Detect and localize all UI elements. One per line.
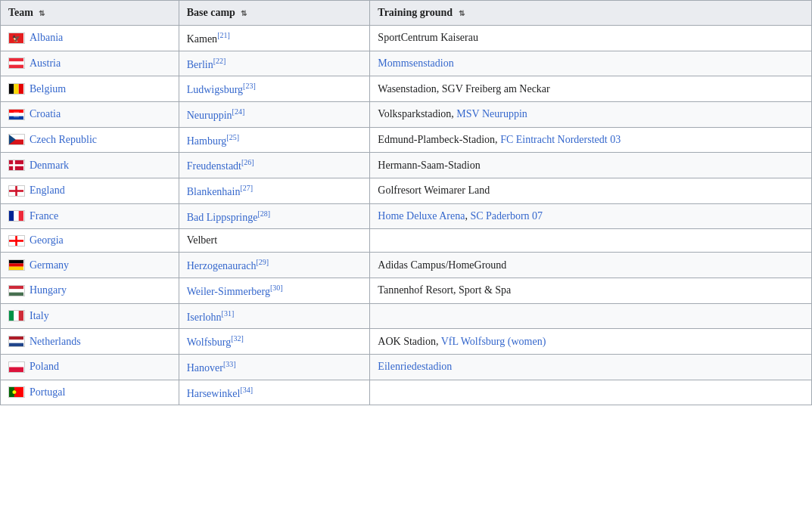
team-cell: Georgia <box>1 229 179 253</box>
base-camp-cell: Iserlohn[31] <box>179 303 370 329</box>
base-camp-cell: Weiler-Simmerberg[30] <box>179 278 370 303</box>
reference[interactable]: [26] <box>241 158 254 166</box>
base-camp-link[interactable]: Ludwigsburg <box>187 84 243 95</box>
reference-link[interactable]: [22] <box>213 57 226 65</box>
training-ground-cell <box>370 303 812 329</box>
reference-link[interactable]: [32] <box>231 334 244 343</box>
reference[interactable]: [30] <box>270 284 283 292</box>
base-camp-text: Velbert <box>187 234 217 246</box>
training-ground-link[interactable]: Home Deluxe Arena <box>378 210 465 222</box>
reference[interactable]: [29] <box>256 258 269 266</box>
base-camp-link[interactable]: Freudenstadt <box>187 160 241 172</box>
team-name-link[interactable]: Croatia <box>30 108 61 120</box>
teams-table: Team ⇅ Base camp ⇅ Training ground ⇅ 🦅Al… <box>0 0 812 405</box>
training-ground-cell: Tannenhof Resort, Sport & Spa <box>370 278 812 303</box>
team-name-link[interactable]: Albania <box>30 32 63 44</box>
reference-link[interactable]: [30] <box>270 284 283 292</box>
team-cell: Czech Republic <box>1 127 179 153</box>
reference[interactable]: [21] <box>217 31 230 39</box>
base-camp-link[interactable]: Hanover <box>187 362 223 374</box>
reference-link[interactable]: [26] <box>241 158 254 166</box>
reference-link[interactable]: [28] <box>257 209 270 218</box>
reference-link[interactable]: [29] <box>256 258 269 266</box>
reference[interactable]: [22] <box>213 57 226 65</box>
svg-rect-23 <box>19 211 23 221</box>
training-ground-link[interactable]: Eilenriedestadion <box>378 361 452 372</box>
reference[interactable]: [34] <box>240 386 253 394</box>
svg-rect-20 <box>9 190 23 192</box>
training-ground-text: Volksparkstadion, <box>378 108 456 119</box>
flag-austria <box>8 57 25 69</box>
sort-icon-training[interactable]: ⇅ <box>459 9 465 17</box>
base-camp-link[interactable]: Herzogenaurach <box>187 260 257 271</box>
team-name-link[interactable]: Georgia <box>30 234 64 247</box>
training-ground-link[interactable]: VfL Wolfsburg (women) <box>441 336 546 347</box>
training-ground-link[interactable]: SC Paderborn 07 <box>470 210 543 222</box>
table-row: FranceBad Lippspringe[28]Home Deluxe Are… <box>1 203 812 229</box>
team-name-link[interactable]: England <box>30 185 65 197</box>
sort-icon-team[interactable]: ⇅ <box>39 9 45 17</box>
base-camp-cell: Hanover[33] <box>179 354 370 380</box>
team-name-link[interactable]: Netherlands <box>30 336 81 348</box>
reference-link[interactable]: [21] <box>217 31 230 39</box>
team-name-link[interactable]: Portugal <box>30 386 65 399</box>
reference[interactable]: [32] <box>231 334 244 343</box>
training-ground-text: Wasenstadion, SGV Freiberg am Neckar <box>378 83 549 95</box>
svg-rect-3 <box>9 62 23 65</box>
svg-rect-35 <box>19 311 23 321</box>
svg-rect-34 <box>14 311 18 321</box>
reference-link[interactable]: [31] <box>222 309 235 318</box>
header-base-camp[interactable]: Base camp ⇅ <box>179 1 370 26</box>
team-name-link[interactable]: Austria <box>30 57 61 70</box>
base-camp-cell: Herzogenaurach[29] <box>179 253 370 278</box>
team-name-link[interactable]: Poland <box>30 361 59 373</box>
reference[interactable]: [33] <box>223 360 236 368</box>
team-name-link[interactable]: Czech Republic <box>30 134 97 146</box>
base-camp-cell: Ludwigsburg[23] <box>179 76 370 102</box>
training-ground-cell: Home Deluxe Arena, SC Paderborn 07 <box>370 203 812 229</box>
training-ground-link[interactable]: Mommsenstadion <box>378 57 453 69</box>
base-camp-cell: Wolfsburg[32] <box>179 329 370 355</box>
base-camp-link[interactable]: Wolfsburg <box>187 336 232 348</box>
base-camp-link[interactable]: Weiler-Simmerberg <box>187 286 270 297</box>
base-camp-link[interactable]: Hamburg <box>187 135 227 146</box>
reference-link[interactable]: [27] <box>240 184 253 192</box>
base-camp-link[interactable]: Bad Lippspringe <box>187 211 258 222</box>
reference-link[interactable]: [33] <box>223 360 236 368</box>
reference[interactable]: [28] <box>257 209 270 218</box>
team-name-link[interactable]: Italy <box>30 310 49 322</box>
svg-rect-5 <box>9 84 14 94</box>
team-name-link[interactable]: Denmark <box>30 160 69 172</box>
table-row: HungaryWeiler-Simmerberg[30]Tannenhof Re… <box>1 278 812 303</box>
team-name-link[interactable]: Hungary <box>30 284 67 296</box>
base-camp-link[interactable]: Neuruppin <box>187 110 232 121</box>
reference[interactable]: [23] <box>243 82 256 90</box>
reference[interactable]: [27] <box>240 184 253 192</box>
reference[interactable]: [31] <box>222 309 235 318</box>
team-cell: Portugal <box>1 380 179 405</box>
table-row: ItalyIserlohn[31] <box>1 303 812 329</box>
table-row: GermanyHerzogenaurach[29]Adidas Campus/H… <box>1 253 812 278</box>
base-camp-link[interactable]: Blankenhain <box>187 186 241 197</box>
base-camp-link[interactable]: Berlin <box>187 58 213 70</box>
base-camp-link[interactable]: Iserlohn <box>187 311 222 322</box>
team-name-link[interactable]: Belgium <box>30 83 66 95</box>
team-cell: Italy <box>1 303 179 329</box>
table-body: 🦅AlbaniaKamen[21]SportCentrum KaiserauAu… <box>1 26 812 405</box>
reference-link[interactable]: [25] <box>226 133 239 141</box>
sort-icon-basecamp[interactable]: ⇅ <box>241 9 247 17</box>
reference[interactable]: [24] <box>232 107 245 116</box>
team-name-link[interactable]: France <box>30 210 58 222</box>
reference[interactable]: [25] <box>226 133 239 141</box>
flag-albania: 🦅 <box>8 33 25 44</box>
reference-link[interactable]: [34] <box>240 386 253 394</box>
base-camp-link[interactable]: Harsewinkel <box>187 387 241 399</box>
team-name-link[interactable]: Germany <box>30 259 69 271</box>
reference-link[interactable]: [23] <box>243 82 256 90</box>
header-training-ground[interactable]: Training ground ⇅ <box>370 1 812 26</box>
header-team[interactable]: Team ⇅ <box>1 1 179 26</box>
training-ground-link[interactable]: MSV Neuruppin <box>456 108 527 119</box>
base-camp-cell: Kamen[21] <box>179 26 370 51</box>
reference-link[interactable]: [24] <box>232 107 245 116</box>
training-ground-link[interactable]: FC Eintracht Norderstedt 03 <box>500 134 621 145</box>
